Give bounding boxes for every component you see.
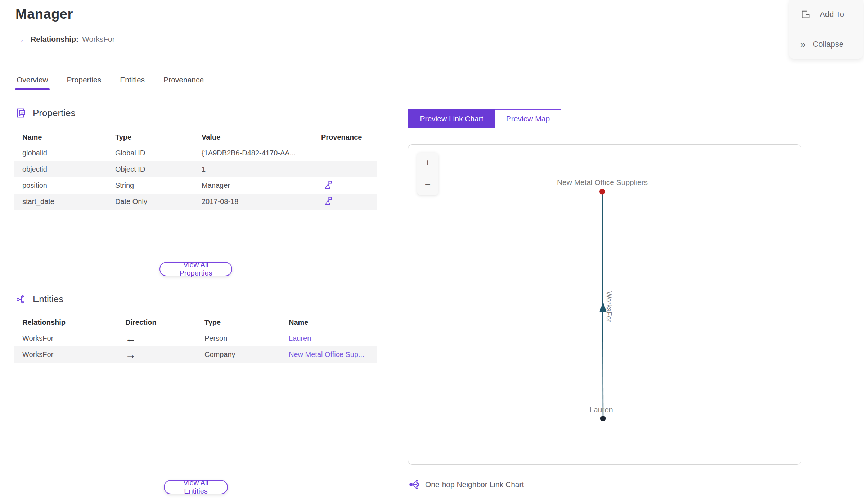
entity-type: Company xyxy=(197,350,281,359)
entities-icon xyxy=(15,293,27,305)
prop-value: Manager xyxy=(194,181,313,190)
chart-caption-label: One-hop Neighbor Link Chart xyxy=(425,480,524,489)
table-row: start_date Date Only 2017-08-18 xyxy=(14,194,377,210)
view-all-properties-button[interactable]: View All Properties xyxy=(159,262,232,276)
relationship-arrow-icon: → xyxy=(15,35,25,44)
properties-table-header: Name Type Value Provenance xyxy=(14,130,377,145)
zoom-out-button[interactable]: − xyxy=(417,174,438,195)
prop-name: position xyxy=(14,181,107,190)
prop-value: 2017-08-18 xyxy=(194,197,313,206)
col-header-direction: Direction xyxy=(117,318,197,327)
collapse-label: Collapse xyxy=(813,40,843,49)
one-hop-link-chart-icon xyxy=(409,479,419,490)
node-person[interactable] xyxy=(600,416,606,421)
prop-type: Object ID xyxy=(107,165,194,173)
entity-name-link[interactable]: New Metal Office Sup... xyxy=(281,350,377,359)
provenance-flag-icon[interactable] xyxy=(323,196,333,206)
entities-section-header: Entities xyxy=(15,293,63,305)
preview-toggle: Preview Link Chart Preview Map xyxy=(408,109,561,128)
col-header-provenance: Provenance xyxy=(313,133,377,141)
zoom-controls: + − xyxy=(417,153,438,195)
table-row: WorksFor → Company New Metal Office Sup.… xyxy=(14,346,377,363)
prop-name: objectid xyxy=(14,165,107,173)
relationship-label: Relationship: xyxy=(31,35,78,44)
prop-value: 1 xyxy=(194,165,313,173)
col-header-type: Type xyxy=(197,318,281,327)
table-row: objectid Object ID 1 xyxy=(14,161,377,177)
relationship-subtitle: → Relationship: WorksFor xyxy=(15,35,115,44)
prop-type: Global ID xyxy=(107,149,194,157)
properties-section-title: Properties xyxy=(33,108,76,119)
prop-name: start_date xyxy=(14,197,107,206)
entities-table: Relationship Direction Type Name WorksFo… xyxy=(14,315,377,363)
prop-type: String xyxy=(107,181,194,190)
chart-caption: One-hop Neighbor Link Chart xyxy=(409,479,524,490)
node-person-label: Lauren xyxy=(589,405,613,414)
table-row: position String Manager xyxy=(14,177,377,194)
page-title: Manager xyxy=(15,6,73,22)
col-header-relationship: Relationship xyxy=(14,318,117,327)
prop-name: globalid xyxy=(14,149,107,157)
relationship-value: WorksFor xyxy=(82,35,115,44)
tab-overview[interactable]: Overview xyxy=(17,76,48,90)
entity-type: Person xyxy=(197,334,281,342)
view-all-entities-button[interactable]: View All Entities xyxy=(164,480,228,494)
node-company[interactable] xyxy=(599,189,605,195)
zoom-in-button[interactable]: + xyxy=(417,153,438,174)
col-header-value: Value xyxy=(194,133,313,141)
action-panel: Add To » Collapse xyxy=(789,0,863,59)
col-header-name: Name xyxy=(14,133,107,141)
properties-table: Name Type Value Provenance globalid Glob… xyxy=(14,130,377,210)
entity-detail-page: Manager → Relationship: WorksFor Add To … xyxy=(0,0,864,504)
properties-section-header: Properties xyxy=(15,107,76,119)
col-header-name: Name xyxy=(281,318,377,327)
add-to-label: Add To xyxy=(820,10,844,19)
edge-label: WorksFor xyxy=(605,291,613,322)
table-row: WorksFor ← Person Lauren xyxy=(14,330,377,346)
entities-section-title: Entities xyxy=(33,294,63,305)
col-header-type: Type xyxy=(107,133,194,141)
tab-entities[interactable]: Entities xyxy=(120,76,145,90)
entity-relationship: WorksFor xyxy=(14,350,117,359)
table-row: globalid Global ID {1A9DB2B6-D482-4170-A… xyxy=(14,145,377,161)
prop-provenance xyxy=(313,196,377,208)
direction-arrow-icon: → xyxy=(117,349,197,360)
collapse-button[interactable]: » Collapse xyxy=(789,34,863,54)
prop-value: {1A9DB2B6-D482-4170-AA... xyxy=(194,149,313,157)
link-chart[interactable]: WorksFor New Metal Office Suppliers Laur… xyxy=(408,145,801,464)
direction-arrow-icon: ← xyxy=(117,333,197,344)
node-company-label: New Metal Office Suppliers xyxy=(557,178,648,186)
tab-provenance[interactable]: Provenance xyxy=(163,76,204,90)
preview-link-chart-button[interactable]: Preview Link Chart xyxy=(408,109,495,128)
preview-map-button[interactable]: Preview Map xyxy=(495,109,561,128)
entity-relationship: WorksFor xyxy=(14,334,117,342)
add-to-icon xyxy=(800,9,811,20)
entity-name-link[interactable]: Lauren xyxy=(281,334,377,342)
prop-type: Date Only xyxy=(107,197,194,206)
provenance-flag-icon[interactable] xyxy=(323,180,333,190)
add-to-button[interactable]: Add To xyxy=(789,4,863,24)
tab-bar: Overview Properties Entities Provenance xyxy=(17,76,204,90)
collapse-icon: » xyxy=(800,39,804,50)
prop-provenance xyxy=(313,180,377,191)
tab-properties[interactable]: Properties xyxy=(67,76,102,90)
link-chart-panel: WorksFor New Metal Office Suppliers Laur… xyxy=(408,144,801,465)
properties-icon xyxy=(15,107,27,119)
entities-table-header: Relationship Direction Type Name xyxy=(14,315,377,330)
